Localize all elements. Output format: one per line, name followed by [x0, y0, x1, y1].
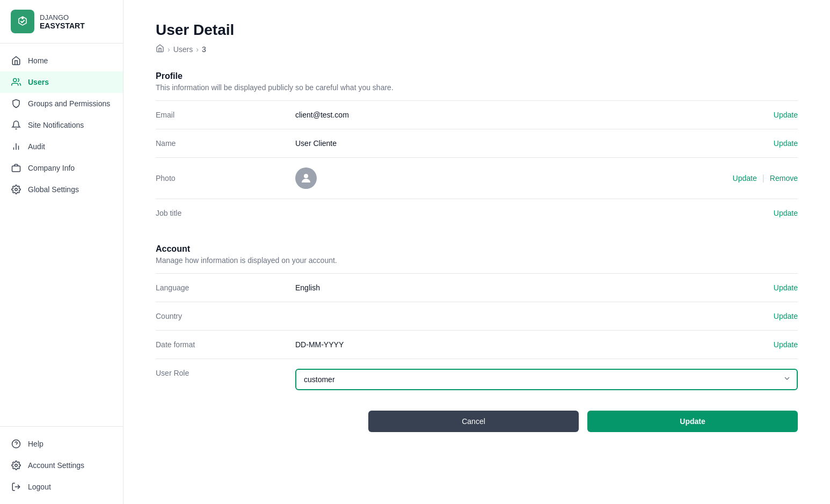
update-jobtitle-button[interactable]: Update	[774, 209, 798, 217]
sidebar-label-help: Help	[28, 440, 43, 448]
logo-text: DJANGO EASYSTART	[40, 13, 85, 30]
breadcrumb-sep-2: ›	[196, 45, 199, 54]
user-role-select[interactable]: customer admin staff viewer	[295, 369, 798, 390]
breadcrumb: › Users › 3	[156, 44, 798, 54]
label-language: Language	[156, 283, 295, 292]
sidebar-item-notifications[interactable]: Site Notifications	[0, 114, 123, 136]
actions-photo: Update | Remove	[733, 173, 798, 183]
update-photo-button[interactable]: Update	[733, 174, 757, 182]
profile-title: Profile	[156, 71, 798, 81]
label-dateformat: Date format	[156, 340, 295, 349]
logo-bottom: EASYSTART	[40, 21, 85, 30]
breadcrumb-users[interactable]: Users	[173, 45, 193, 54]
cancel-button[interactable]: Cancel	[368, 411, 579, 432]
profile-section-header: Profile This information will be display…	[156, 71, 798, 101]
account-desc: Manage how information is displayed on y…	[156, 256, 798, 265]
field-row-name: Name User Cliente Update	[156, 129, 798, 158]
field-row-country: Country Update	[156, 302, 798, 331]
sidebar-bottom: Help Account Settings Logout	[0, 426, 123, 504]
profile-desc: This information will be displayed publi…	[156, 83, 798, 92]
logo-top: DJANGO	[40, 13, 85, 21]
update-country-button[interactable]: Update	[774, 312, 798, 320]
label-jobtitle: Job title	[156, 209, 295, 217]
chart-icon	[11, 141, 21, 152]
home-icon	[11, 55, 21, 66]
logo-icon	[11, 10, 34, 33]
app-logo: DJANGO EASYSTART	[0, 0, 123, 43]
svg-point-1	[13, 78, 17, 82]
sidebar-label-notifications: Site Notifications	[28, 121, 84, 129]
sidebar-label-account: Account Settings	[28, 461, 84, 470]
breadcrumb-home-icon[interactable]	[156, 44, 164, 54]
field-row-jobtitle: Job title Update	[156, 199, 798, 227]
help-icon	[11, 439, 21, 449]
label-photo: Photo	[156, 174, 295, 182]
main-nav: Home Users Groups and Permissions Site N…	[0, 43, 123, 426]
svg-point-11	[304, 174, 308, 178]
label-name: Name	[156, 139, 295, 148]
sidebar-label-logout: Logout	[28, 483, 51, 491]
label-userrole: User Role	[156, 369, 295, 377]
sidebar-label-home: Home	[28, 56, 48, 65]
global-settings-icon	[11, 184, 21, 195]
sidebar-label-global: Global Settings	[28, 185, 79, 194]
sidebar: DJANGO EASYSTART Home Users Groups and P…	[0, 0, 123, 504]
page-title: User Detail	[156, 21, 798, 39]
svg-point-0	[21, 17, 24, 19]
account-section-header: Account Manage how information is displa…	[156, 244, 798, 274]
sidebar-item-home[interactable]: Home	[0, 50, 123, 71]
sidebar-label-users: Users	[28, 78, 49, 86]
value-name: User Cliente	[295, 139, 774, 148]
logout-icon	[11, 481, 21, 492]
account-section: Account Manage how information is displa…	[156, 244, 798, 432]
avatar	[295, 167, 317, 189]
breadcrumb-current: 3	[202, 45, 206, 54]
gear-icon	[11, 460, 21, 471]
field-row-language: Language English Update	[156, 274, 798, 302]
sidebar-label-audit: Audit	[28, 142, 45, 151]
bell-icon	[11, 120, 21, 130]
sidebar-item-audit[interactable]: Audit	[0, 136, 123, 157]
briefcase-icon	[11, 163, 21, 173]
update-button[interactable]: Update	[587, 411, 798, 432]
actions-jobtitle: Update	[774, 209, 798, 217]
actions-email: Update	[774, 111, 798, 119]
remove-photo-button[interactable]: Remove	[770, 174, 798, 182]
update-language-button[interactable]: Update	[774, 283, 798, 292]
sidebar-item-account[interactable]: Account Settings	[0, 455, 123, 476]
sidebar-label-company: Company Info	[28, 164, 75, 172]
sidebar-label-groups: Groups and Permissions	[28, 99, 110, 108]
role-select-wrapper: customer admin staff viewer	[295, 369, 798, 390]
actions-language: Update	[774, 283, 798, 292]
separator: |	[762, 173, 765, 183]
label-email: Email	[156, 111, 295, 119]
field-row-userrole: User Role customer admin staff viewer	[156, 359, 798, 400]
label-country: Country	[156, 312, 295, 320]
svg-point-9	[15, 464, 18, 467]
svg-point-6	[15, 188, 18, 191]
sidebar-item-company[interactable]: Company Info	[0, 157, 123, 179]
users-icon	[11, 77, 21, 87]
update-dateformat-button[interactable]: Update	[774, 340, 798, 349]
actions-country: Update	[774, 312, 798, 320]
update-name-button[interactable]: Update	[774, 139, 798, 148]
sidebar-item-global[interactable]: Global Settings	[0, 179, 123, 200]
shield-icon	[11, 98, 21, 109]
value-photo	[295, 167, 733, 189]
value-language: English	[295, 283, 774, 292]
field-row-email: Email client@test.com Update	[156, 101, 798, 129]
value-dateformat: DD-MM-YYYY	[295, 340, 774, 349]
account-title: Account	[156, 244, 798, 254]
form-actions: Cancel Update	[368, 411, 798, 432]
field-row-dateformat: Date format DD-MM-YYYY Update	[156, 331, 798, 359]
svg-rect-5	[12, 166, 20, 172]
profile-section: Profile This information will be display…	[156, 71, 798, 227]
field-row-photo: Photo Update | Remove	[156, 158, 798, 199]
sidebar-item-help[interactable]: Help	[0, 433, 123, 455]
sidebar-item-logout[interactable]: Logout	[0, 476, 123, 498]
sidebar-item-groups[interactable]: Groups and Permissions	[0, 93, 123, 114]
sidebar-item-users[interactable]: Users	[0, 71, 123, 93]
update-email-button[interactable]: Update	[774, 111, 798, 119]
value-email: client@test.com	[295, 111, 774, 119]
actions-name: Update	[774, 139, 798, 148]
